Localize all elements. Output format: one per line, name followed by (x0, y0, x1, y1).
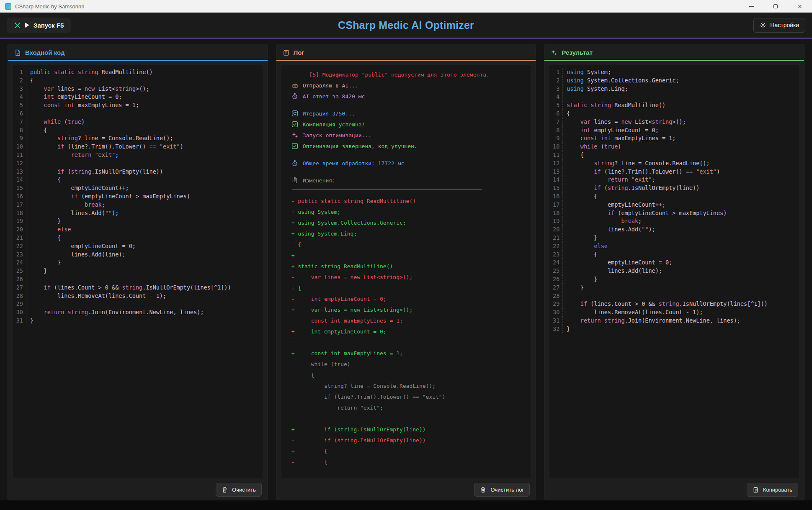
code-line: 6{ (549, 110, 799, 118)
line-number: 21 (549, 234, 563, 242)
line-number: 24 (549, 259, 563, 267)
line-number: 14 (549, 176, 563, 184)
line-number: 9 (13, 134, 26, 143)
code-line: 32} (549, 325, 799, 333)
code-line: 7 var lines = new List<string>(); (549, 118, 799, 126)
log-entry-error: [5] Модификатор "public" недопустим для … (285, 69, 528, 80)
log-entry-sparkle: Запуск оптимизации... (285, 130, 528, 141)
app-window-icon (5, 3, 11, 10)
line-number: 20 (549, 226, 563, 234)
log-entry-changes: Изменения: (285, 175, 528, 186)
code-line: 27 } (549, 284, 799, 292)
code-line: 3 var lines = new List<string>(); (13, 85, 263, 93)
log-panel-header: Лог (276, 44, 536, 61)
line-number: 10 (13, 143, 26, 151)
tools-icon (14, 22, 21, 29)
close-icon: × (798, 3, 802, 10)
sparkle-icon (291, 132, 299, 139)
diff-line-add: + const int maxEmptyLines = 1; (285, 348, 528, 359)
code-line: 17 emptyLineCount++; (549, 201, 799, 209)
minimize-button[interactable] (739, 0, 763, 13)
code-line: 28 lines.RemoveAt(lines.Count - 1); (13, 292, 263, 300)
line-number: 17 (13, 201, 26, 209)
result-code-view[interactable]: 1using System;2using System.Collections.… (549, 65, 799, 478)
log-spacer (285, 102, 528, 108)
code-line: 20 else (13, 226, 263, 234)
close-button[interactable]: × (788, 0, 812, 13)
code-line: 11 { (549, 151, 799, 159)
settings-button[interactable]: Настройки (753, 18, 805, 33)
log-panel-footer: Очистить лог (276, 479, 536, 500)
log-spacer (285, 169, 528, 175)
main-area: Входной код 1public static string ReadMu… (0, 38, 812, 500)
clear-log-label: Очистить лог (490, 487, 524, 493)
code-line: 1public static string ReadMultiline() (13, 68, 263, 77)
code-line: 26 } (549, 275, 799, 284)
code-line: 4 (549, 93, 799, 101)
line-number: 4 (13, 93, 26, 101)
line-number: 23 (549, 251, 563, 259)
scroll-icon (283, 49, 290, 56)
minimize-icon (749, 6, 754, 7)
code-line: 1using System; (549, 68, 799, 77)
code-line: 16 if (emptyLineCount > maxEmptyLines) (13, 192, 263, 201)
line-number: 14 (13, 176, 26, 184)
diff-line-del: - var lines = new List<string>(); (285, 272, 528, 282)
code-line: 22 else (549, 242, 799, 251)
line-number: 19 (549, 217, 563, 226)
code-line: 19 break; (549, 217, 799, 226)
diff-line-add: + int emptyLineCount = 0; (285, 326, 528, 337)
log-entry-timer: AI ответ за 8420 мс (285, 91, 528, 102)
code-line: 18 lines.Add(""); (13, 209, 263, 218)
window-titlebar: CSharp Medic by Samsonnn × (0, 0, 812, 13)
line-number: 9 (549, 134, 563, 143)
line-number: 28 (13, 292, 26, 300)
diff-line-ctx: { (285, 369, 528, 380)
line-number: 2 (13, 77, 26, 85)
line-number: 22 (13, 242, 26, 251)
line-number: 13 (549, 168, 563, 176)
sparkles-icon (551, 49, 558, 56)
settings-button-label: Настройки (770, 22, 799, 28)
line-number: 16 (13, 192, 26, 201)
clear-input-button[interactable]: Очистить (216, 483, 262, 497)
diff-line-ctx: if (line?.Trim().ToLower() == "exit") (285, 391, 528, 402)
code-line: 15 emptyLineCount++; (13, 184, 263, 192)
log-entry-robot: Отправляю в AI... (285, 80, 528, 91)
gear-icon (760, 22, 767, 29)
copy-result-label: Копировать (763, 487, 792, 493)
code-line: 2{ (13, 77, 263, 85)
line-number: 25 (13, 267, 26, 275)
window-controls: × (739, 0, 812, 13)
clipboard-icon (753, 486, 760, 493)
run-button[interactable]: Запуск F5 (7, 18, 71, 33)
log-output[interactable]: [5] Модификатор "public" недопустим для … (281, 65, 531, 478)
code-line: 29 if (lines.Count > 0 && string.IsNullO… (549, 300, 799, 308)
code-line: 30 lines.RemoveAt(lines.Count - 1); (549, 308, 799, 317)
line-number: 17 (549, 201, 563, 209)
line-number: 7 (13, 118, 26, 126)
diff-line-add: + using System; (285, 206, 528, 217)
code-line: 9 string? line = Console.ReadLine(); (13, 134, 263, 143)
play-icon (25, 23, 29, 28)
code-line: 7 while (true) (13, 118, 263, 126)
result-panel-header: Результат (544, 44, 804, 61)
diff-line-del: - int emptyLineCount = 0; (285, 293, 528, 304)
diff-line-ctx: return "exit"; (285, 402, 528, 413)
line-number: 4 (549, 93, 563, 101)
code-line: 2using System.Collections.Generic; (549, 77, 799, 85)
maximize-button[interactable] (763, 0, 788, 13)
line-number: 16 (549, 192, 563, 201)
line-number: 18 (549, 209, 563, 218)
line-number: 18 (13, 209, 26, 218)
code-line: 31} (13, 317, 263, 325)
code-line: 4 int emptyLineCount = 0; (13, 93, 263, 101)
input-code-editor[interactable]: 1public static string ReadMultiline()2{3… (13, 65, 263, 478)
code-line: 15 if (string.IsNullOrEmpty(line)) (549, 184, 799, 192)
clear-log-button[interactable]: Очистить лог (474, 483, 530, 497)
log-spacer (285, 151, 528, 158)
diff-line-del: - { (285, 239, 528, 250)
diff-line-ctx: while (true) (285, 359, 528, 369)
line-number: 26 (549, 275, 563, 284)
copy-result-button[interactable]: Копировать (747, 483, 798, 497)
